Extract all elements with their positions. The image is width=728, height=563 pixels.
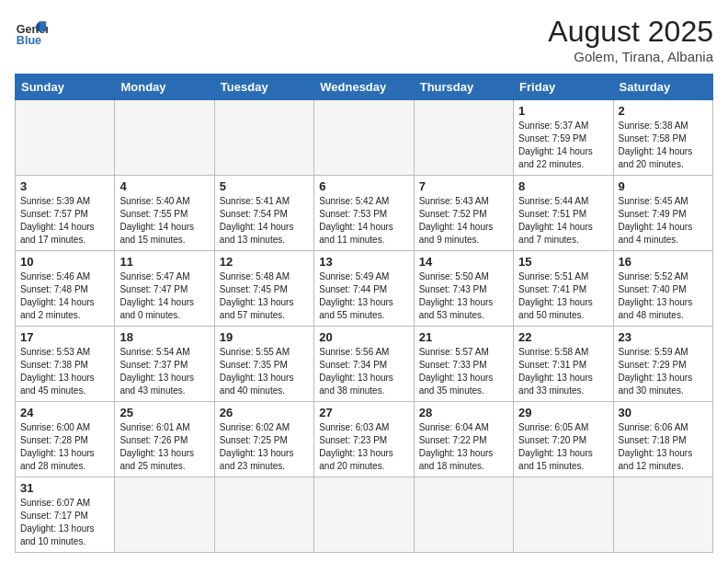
day-number: 11: [119, 255, 209, 269]
day-info: Sunrise: 5:39 AM Sunset: 7:57 PM Dayligh…: [20, 195, 109, 247]
table-row: 16Sunrise: 5:52 AM Sunset: 7:40 PM Dayli…: [613, 251, 712, 327]
table-row: [414, 100, 513, 176]
day-number: 12: [220, 255, 309, 269]
day-number: 19: [220, 330, 309, 344]
day-info: Sunrise: 5:46 AM Sunset: 7:48 PM Dayligh…: [20, 270, 109, 322]
day-number: 16: [619, 255, 708, 269]
table-row: 14Sunrise: 5:50 AM Sunset: 7:43 PM Dayli…: [414, 251, 513, 327]
day-info: Sunrise: 6:00 AM Sunset: 7:28 PM Dayligh…: [20, 421, 109, 473]
table-row: 30Sunrise: 6:06 AM Sunset: 7:18 PM Dayli…: [613, 402, 712, 477]
day-info: Sunrise: 5:58 AM Sunset: 7:31 PM Dayligh…: [518, 346, 608, 397]
col-thursday: Thursday: [414, 75, 513, 100]
day-number: 13: [319, 255, 408, 269]
table-row: 7Sunrise: 5:43 AM Sunset: 7:52 PM Daylig…: [414, 176, 513, 251]
day-info: Sunrise: 6:03 AM Sunset: 7:23 PM Dayligh…: [319, 421, 408, 473]
day-number: 6: [319, 179, 408, 193]
table-row: 1Sunrise: 5:37 AM Sunset: 7:59 PM Daylig…: [514, 100, 613, 176]
table-row: 15Sunrise: 5:51 AM Sunset: 7:41 PM Dayli…: [514, 251, 613, 327]
day-info: Sunrise: 5:56 AM Sunset: 7:34 PM Dayligh…: [319, 346, 408, 397]
col-wednesday: Wednesday: [314, 75, 414, 100]
table-row: 28Sunrise: 6:04 AM Sunset: 7:22 PM Dayli…: [414, 402, 513, 477]
col-tuesday: Tuesday: [214, 75, 313, 100]
table-row: 21Sunrise: 5:57 AM Sunset: 7:33 PM Dayli…: [414, 327, 513, 402]
col-friday: Friday: [514, 75, 613, 100]
title-block: August 2025 Golem, Tirana, Albania: [548, 15, 713, 64]
col-sunday: Sunday: [16, 75, 115, 100]
day-number: 2: [619, 104, 708, 118]
day-info: Sunrise: 5:57 AM Sunset: 7:33 PM Dayligh…: [419, 346, 508, 397]
location-subtitle: Golem, Tirana, Albania: [548, 49, 713, 64]
day-info: Sunrise: 5:42 AM Sunset: 7:53 PM Dayligh…: [319, 195, 408, 247]
logo: General Blue: [15, 15, 48, 48]
day-number: 15: [518, 255, 608, 269]
day-number: 28: [419, 406, 508, 419]
day-number: 3: [20, 179, 109, 193]
day-number: 25: [119, 406, 209, 419]
day-info: Sunrise: 6:05 AM Sunset: 7:20 PM Dayligh…: [518, 421, 608, 473]
calendar-table: Sunday Monday Tuesday Wednesday Thursday…: [15, 74, 713, 553]
day-info: Sunrise: 5:44 AM Sunset: 7:51 PM Dayligh…: [518, 195, 608, 247]
day-info: Sunrise: 5:41 AM Sunset: 7:54 PM Dayligh…: [220, 195, 309, 247]
table-row: 4Sunrise: 5:40 AM Sunset: 7:55 PM Daylig…: [115, 176, 214, 251]
day-number: 27: [319, 406, 408, 419]
day-info: Sunrise: 5:52 AM Sunset: 7:40 PM Dayligh…: [619, 270, 708, 322]
day-number: 31: [20, 481, 109, 495]
day-info: Sunrise: 6:01 AM Sunset: 7:26 PM Dayligh…: [119, 421, 209, 473]
col-monday: Monday: [115, 75, 214, 100]
day-info: Sunrise: 6:07 AM Sunset: 7:17 PM Dayligh…: [20, 497, 109, 548]
table-row: 18Sunrise: 5:54 AM Sunset: 7:37 PM Dayli…: [115, 327, 214, 402]
day-number: 20: [319, 330, 408, 344]
day-number: 5: [220, 179, 309, 193]
table-row: [16, 100, 115, 176]
day-info: Sunrise: 5:37 AM Sunset: 7:59 PM Dayligh…: [518, 120, 608, 171]
day-number: 21: [419, 330, 508, 344]
table-row: 11Sunrise: 5:47 AM Sunset: 7:47 PM Dayli…: [115, 251, 214, 327]
calendar-header-row: Sunday Monday Tuesday Wednesday Thursday…: [16, 75, 713, 100]
day-number: 22: [518, 330, 608, 344]
table-row: 13Sunrise: 5:49 AM Sunset: 7:44 PM Dayli…: [314, 251, 414, 327]
day-number: 17: [20, 330, 109, 344]
day-number: 9: [619, 179, 708, 193]
day-info: Sunrise: 6:06 AM Sunset: 7:18 PM Dayligh…: [619, 421, 708, 473]
table-row: 27Sunrise: 6:03 AM Sunset: 7:23 PM Dayli…: [314, 402, 414, 477]
day-info: Sunrise: 5:43 AM Sunset: 7:52 PM Dayligh…: [419, 195, 508, 247]
table-row: [514, 477, 613, 553]
svg-text:Blue: Blue: [17, 34, 41, 47]
day-info: Sunrise: 6:02 AM Sunset: 7:25 PM Dayligh…: [220, 421, 309, 473]
day-info: Sunrise: 5:55 AM Sunset: 7:35 PM Dayligh…: [220, 346, 309, 397]
day-number: 8: [518, 179, 608, 193]
table-row: 31Sunrise: 6:07 AM Sunset: 7:17 PM Dayli…: [16, 477, 115, 553]
table-row: 20Sunrise: 5:56 AM Sunset: 7:34 PM Dayli…: [314, 327, 414, 402]
table-row: 5Sunrise: 5:41 AM Sunset: 7:54 PM Daylig…: [214, 176, 313, 251]
table-row: [613, 477, 712, 553]
table-row: [115, 100, 214, 176]
table-row: 26Sunrise: 6:02 AM Sunset: 7:25 PM Dayli…: [214, 402, 313, 477]
day-info: Sunrise: 5:53 AM Sunset: 7:38 PM Dayligh…: [20, 346, 109, 397]
col-saturday: Saturday: [613, 75, 712, 100]
day-number: 30: [619, 406, 708, 419]
table-row: 6Sunrise: 5:42 AM Sunset: 7:53 PM Daylig…: [314, 176, 414, 251]
day-info: Sunrise: 5:59 AM Sunset: 7:29 PM Dayligh…: [619, 346, 708, 397]
table-row: [314, 100, 414, 176]
table-row: [214, 477, 313, 553]
day-info: Sunrise: 5:38 AM Sunset: 7:58 PM Dayligh…: [619, 120, 708, 171]
day-info: Sunrise: 5:54 AM Sunset: 7:37 PM Dayligh…: [119, 346, 209, 397]
table-row: 12Sunrise: 5:48 AM Sunset: 7:45 PM Dayli…: [214, 251, 313, 327]
month-year-title: August 2025: [548, 15, 713, 49]
table-row: 9Sunrise: 5:45 AM Sunset: 7:49 PM Daylig…: [613, 176, 712, 251]
table-row: [214, 100, 313, 176]
table-row: 10Sunrise: 5:46 AM Sunset: 7:48 PM Dayli…: [16, 251, 115, 327]
day-info: Sunrise: 5:47 AM Sunset: 7:47 PM Dayligh…: [119, 270, 209, 322]
table-row: 29Sunrise: 6:05 AM Sunset: 7:20 PM Dayli…: [514, 402, 613, 477]
day-number: 18: [119, 330, 209, 344]
table-row: [115, 477, 214, 553]
table-row: [314, 477, 414, 553]
day-number: 14: [419, 255, 508, 269]
day-number: 23: [619, 330, 708, 344]
day-info: Sunrise: 5:49 AM Sunset: 7:44 PM Dayligh…: [319, 270, 408, 322]
logo-icon: General Blue: [15, 15, 48, 48]
day-number: 29: [518, 406, 608, 419]
table-row: 22Sunrise: 5:58 AM Sunset: 7:31 PM Dayli…: [514, 327, 613, 402]
day-number: 24: [20, 406, 109, 419]
table-row: 17Sunrise: 5:53 AM Sunset: 7:38 PM Dayli…: [16, 327, 115, 402]
